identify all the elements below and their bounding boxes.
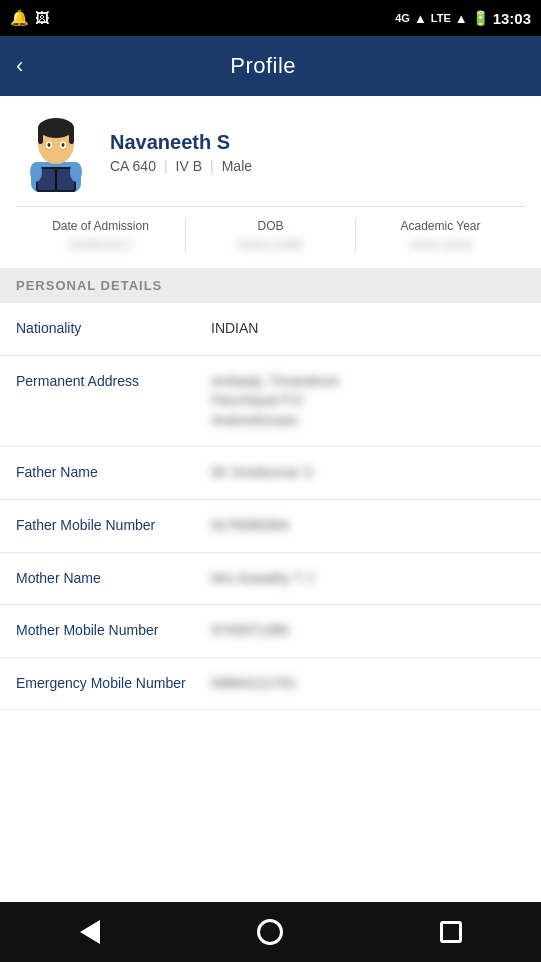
- stat-academic-label: Academic Year: [400, 219, 480, 233]
- stats-row: Date of Admission 15/06/2017 DOB 04/01/1…: [16, 206, 525, 252]
- tag-separator-2: |: [210, 158, 214, 174]
- profile-tag-gender: Male: [222, 158, 252, 174]
- nav-recent-button[interactable]: [433, 914, 469, 950]
- notification-icon: 🔔: [10, 9, 29, 27]
- home-circle-icon: [257, 919, 283, 945]
- 4g-icon: 4G: [395, 12, 410, 24]
- detail-value: 09864121701: [211, 674, 525, 694]
- status-icons-left: 🔔 🖼: [10, 9, 49, 27]
- bottom-nav: [0, 902, 541, 962]
- detail-label: Father Mobile Number: [16, 516, 201, 536]
- stat-dob: DOB 04/01/1999: [185, 219, 355, 252]
- detail-row: Father Mobile Number9176589364: [0, 500, 541, 553]
- profile-card: Navaneeth S CA 640 | IV B | Male Date of…: [0, 96, 541, 268]
- profile-name: Navaneeth S: [110, 131, 252, 154]
- profile-info: Navaneeth S CA 640 | IV B | Male: [110, 131, 252, 174]
- detail-label: Mother Mobile Number: [16, 621, 201, 641]
- avatar: [16, 112, 96, 192]
- image-icon: 🖼: [35, 10, 49, 26]
- signal2-icon: ▲: [455, 11, 468, 26]
- nav-back-button[interactable]: [72, 914, 108, 950]
- profile-tag-class: IV B: [176, 158, 202, 174]
- back-button[interactable]: ‹: [16, 53, 23, 79]
- detail-value: Ambady, Trivandrum Panchayat P.O Andoork…: [211, 372, 525, 431]
- back-triangle-icon: [80, 920, 100, 944]
- detail-row: Permanent AddressAmbady, Trivandrum Panc…: [0, 356, 541, 448]
- detail-value: Mrs Aswathy T J: [211, 569, 525, 589]
- detail-row: Mother Mobile Number9745871380: [0, 605, 541, 658]
- detail-value: 9745871380: [211, 621, 525, 641]
- nav-home-button[interactable]: [252, 914, 288, 950]
- detail-row: Emergency Mobile Number09864121701: [0, 658, 541, 711]
- section-header-personal: PERSONAL DETAILS: [0, 268, 541, 303]
- page-title: Profile: [35, 53, 491, 79]
- lte-icon: LTE: [431, 12, 451, 24]
- detail-label: Emergency Mobile Number: [16, 674, 201, 694]
- profile-tag-course: CA 640: [110, 158, 156, 174]
- stat-dob-value: 04/01/1999: [238, 237, 303, 252]
- recent-square-icon: [440, 921, 462, 943]
- stat-dob-label: DOB: [257, 219, 283, 233]
- stat-admission: Date of Admission 15/06/2017: [16, 219, 185, 252]
- svg-point-7: [48, 143, 51, 147]
- detail-row: NationalityINDIAN: [0, 303, 541, 356]
- stat-academic-value: 2019-2019: [409, 237, 471, 252]
- stat-admission-label: Date of Admission: [52, 219, 149, 233]
- battery-icon: 🔋: [472, 10, 489, 26]
- status-time: 13:03: [493, 10, 531, 27]
- svg-point-14: [70, 162, 82, 182]
- detail-row: Father NameMr Sreekumar S: [0, 447, 541, 500]
- detail-label: Mother Name: [16, 569, 201, 589]
- profile-tags: CA 640 | IV B | Male: [110, 158, 252, 174]
- detail-label: Nationality: [16, 319, 201, 339]
- svg-rect-4: [69, 126, 74, 144]
- profile-top: Navaneeth S CA 640 | IV B | Male: [16, 112, 525, 192]
- status-bar: 🔔 🖼 4G ▲ LTE ▲ 🔋 13:03: [0, 0, 541, 36]
- svg-rect-3: [38, 126, 43, 144]
- detail-row: Mother NameMrs Aswathy T J: [0, 553, 541, 606]
- svg-point-13: [30, 162, 42, 182]
- detail-label: Permanent Address: [16, 372, 201, 392]
- detail-label: Father Name: [16, 463, 201, 483]
- stat-admission-value: 15/06/2017: [68, 237, 133, 252]
- stat-academic: Academic Year 2019-2019: [355, 219, 525, 252]
- status-icons-right: 4G ▲ LTE ▲ 🔋 13:03: [395, 10, 531, 27]
- detail-value: 9176589364: [211, 516, 525, 536]
- tag-separator-1: |: [164, 158, 168, 174]
- details-list: NationalityINDIANPermanent AddressAmbady…: [0, 303, 541, 902]
- signal-icon: ▲: [414, 11, 427, 26]
- detail-value: Mr Sreekumar S: [211, 463, 525, 483]
- svg-point-2: [38, 118, 74, 138]
- detail-value: INDIAN: [211, 319, 525, 339]
- svg-point-8: [62, 143, 65, 147]
- header: ‹ Profile: [0, 36, 541, 96]
